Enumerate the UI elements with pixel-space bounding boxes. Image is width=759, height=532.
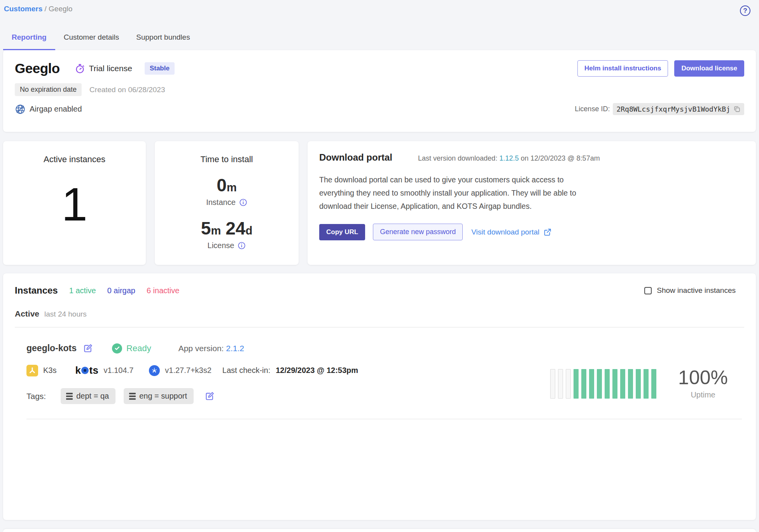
uptime-summary: 100% Uptime	[678, 368, 728, 399]
uptime-bar	[550, 369, 555, 399]
channel-badge: Stable	[145, 62, 175, 75]
active-instances-value: 1	[3, 181, 146, 228]
license-id-value: 2Rq8WLcsjfxqrMysjvB1WodYkBj	[616, 105, 730, 113]
k8s-version: v1.27.7+k3s2	[165, 366, 212, 375]
tag-menu-icon	[129, 393, 136, 400]
instance-install-time: 0m	[155, 176, 299, 194]
instance-name: geeglo-kots	[26, 343, 77, 354]
created-date: Created on 06/28/2023	[89, 86, 165, 94]
active-instances-title: Active instances	[3, 154, 146, 164]
next-card-edge	[3, 529, 756, 532]
license-type: Trial license	[75, 63, 132, 74]
active-section-header: Active last 24 hours	[15, 309, 744, 318]
license-type-label: Trial license	[89, 64, 132, 73]
license-id-group: License ID: 2Rq8WLcsjfxqrMysjvB1WodYkBj	[575, 103, 744, 115]
instances-card: Instances 1 active 0 airgap 6 inactive S…	[3, 273, 756, 520]
app-version-link[interactable]: 2.1.2	[226, 344, 244, 353]
uptime-bar	[612, 369, 617, 399]
instance-install-label: Instance	[155, 198, 299, 207]
app-version: App version: 2.1.2	[178, 344, 244, 353]
show-inactive-checkbox[interactable]	[644, 287, 652, 294]
airgap-status: Airgap enabled	[15, 104, 82, 115]
license-install-time: 5m24d	[155, 219, 299, 237]
time-to-install-title: Time to install	[155, 154, 299, 164]
distro-label: K3s	[43, 366, 56, 375]
expiration-badge: No expiration date	[15, 83, 82, 96]
download-license-button[interactable]: Download license	[674, 60, 744, 77]
airgap-label: Airgap enabled	[30, 105, 82, 114]
uptime-bar	[620, 369, 625, 399]
uptime-panel: 100% Uptime	[550, 368, 728, 399]
ready-check-icon	[112, 343, 122, 354]
breadcrumb-customers-link[interactable]: Customers	[4, 5, 42, 13]
uptime-bar	[628, 369, 633, 399]
tag-label: dept = qa	[76, 392, 109, 401]
external-link-icon	[543, 228, 552, 236]
download-portal-title: Download portal	[319, 152, 392, 163]
kots-version: v1.104.7	[104, 366, 134, 375]
last-checkin-value: 12/29/2023 @ 12:53pm	[276, 366, 358, 375]
generate-new-password-button[interactable]: Generate new password	[373, 224, 463, 240]
tab-reporting[interactable]: Reporting	[3, 29, 55, 50]
license-info-icon[interactable]	[238, 242, 246, 250]
tab-bar: Reporting Customer details Support bundl…	[3, 29, 756, 50]
uptime-bar	[605, 369, 610, 399]
uptime-label: Uptime	[678, 390, 728, 399]
license-install-label: License	[155, 241, 299, 250]
help-icon[interactable]: ?	[740, 5, 750, 16]
instances-title: Instances	[15, 285, 58, 296]
active-count: 1 active	[69, 286, 96, 295]
helm-install-instructions-button[interactable]: Helm install instructions	[577, 60, 668, 77]
uptime-bar	[636, 369, 641, 399]
tag-menu-icon	[66, 393, 73, 400]
edit-tags-icon[interactable]	[205, 391, 215, 401]
ready-label: Ready	[126, 343, 151, 354]
tags-label: Tags:	[26, 392, 46, 401]
last-version-downloaded: Last version downloaded: 1.12.5 on 12/20…	[418, 154, 600, 163]
uptime-value: 100%	[678, 368, 728, 387]
instance-info-icon[interactable]	[239, 198, 247, 206]
tag-label: eng = support	[139, 392, 187, 401]
uptime-bars	[550, 369, 656, 399]
uptime-bar	[574, 369, 579, 399]
inactive-count: 6 inactive	[147, 286, 180, 295]
license-id-label: License ID:	[575, 105, 610, 113]
download-portal-description: The download portal can be used to give …	[319, 173, 589, 213]
last-checkin-label: Last check-in:	[222, 366, 270, 375]
tab-customer-details[interactable]: Customer details	[55, 29, 128, 50]
tag-list: dept = qa eng = support	[61, 388, 194, 404]
active-section-label: Active	[15, 309, 39, 318]
top-bar: Customers / Geeglo ?	[3, 4, 756, 16]
edit-instance-name-icon[interactable]	[83, 343, 93, 354]
trial-timer-icon	[75, 63, 85, 74]
active-instances-card: Active instances 1	[3, 141, 146, 265]
airgap-count: 0 airgap	[107, 286, 135, 295]
last-version-link[interactable]: 1.12.5	[499, 154, 519, 162]
breadcrumb: Customers / Geeglo	[4, 5, 72, 13]
copy-url-button[interactable]: Copy URL	[319, 224, 365, 240]
customer-summary-card: Geeglo Trial license Stable Helm i	[3, 50, 756, 132]
tag-pill: dept = qa	[61, 388, 115, 404]
visit-download-portal-link[interactable]: Visit download portal	[471, 228, 552, 236]
kots-logo-o	[81, 367, 89, 374]
tag-pill: eng = support	[124, 388, 194, 404]
breadcrumb-separator: /	[45, 5, 49, 13]
tab-support-bundles[interactable]: Support bundles	[128, 29, 198, 50]
instance-status: Ready	[112, 343, 151, 354]
airgap-globe-icon	[15, 104, 26, 115]
page: Customers / Geeglo ? Reporting Customer …	[0, 0, 759, 532]
uptime-bar	[644, 369, 649, 399]
download-portal-card: Download portal Last version downloaded:…	[308, 141, 756, 265]
copy-license-icon[interactable]	[733, 105, 741, 113]
customer-name: Geeglo	[15, 61, 60, 76]
show-inactive-toggle: Show inactive instances	[644, 286, 736, 295]
uptime-bar	[566, 369, 571, 399]
uptime-bar	[589, 369, 594, 399]
section-divider	[15, 327, 744, 327]
uptime-bar	[581, 369, 586, 399]
kubernetes-icon	[149, 365, 160, 376]
license-id-chip: 2Rq8WLcsjfxqrMysjvB1WodYkBj	[613, 103, 744, 115]
row-divider	[26, 419, 742, 419]
breadcrumb-current: Geeglo	[49, 5, 72, 13]
uptime-bar	[558, 369, 563, 399]
